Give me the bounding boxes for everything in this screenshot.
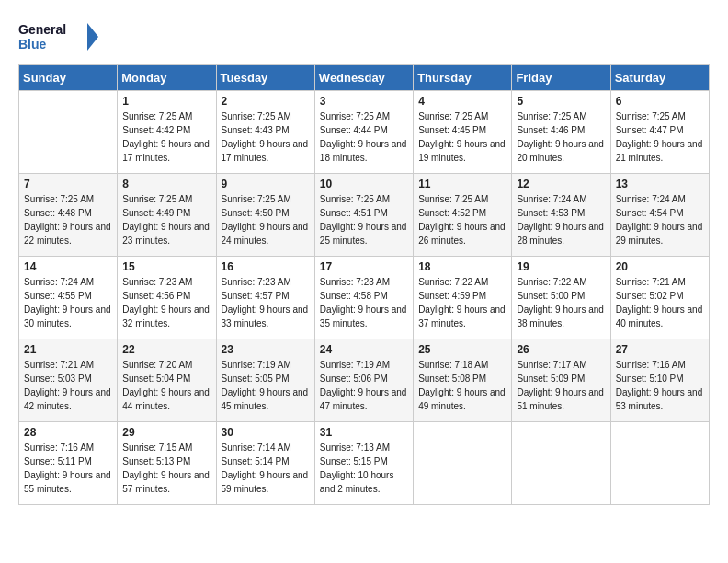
weekday-header-row: SundayMondayTuesdayWednesdayThursdayFrid… [19,65,710,91]
day-info: Sunrise: 7:16 AMSunset: 5:11 PMDaylight:… [24,441,112,496]
weekday-header-friday: Friday [512,65,610,91]
weekday-header-wednesday: Wednesday [314,65,413,91]
day-info: Sunrise: 7:25 AMSunset: 4:43 PMDaylight:… [222,109,310,165]
day-number: 20 [616,260,704,273]
svg-text:Blue: Blue [18,37,47,52]
calendar-cell [414,422,512,505]
day-info: Sunrise: 7:17 AMSunset: 5:09 PMDaylight:… [517,358,605,413]
day-info: Sunrise: 7:25 AMSunset: 4:49 PMDaylight:… [122,192,210,247]
day-info: Sunrise: 7:18 AMSunset: 5:08 PMDaylight:… [418,358,506,413]
day-info: Sunrise: 7:24 AMSunset: 4:53 PMDaylight:… [517,192,605,247]
calendar-cell: 17Sunrise: 7:23 AMSunset: 4:58 PMDayligh… [314,257,413,339]
day-number: 25 [418,343,506,356]
calendar-cell: 8Sunrise: 7:25 AMSunset: 4:49 PMDaylight… [118,174,216,257]
calendar-cell: 24Sunrise: 7:19 AMSunset: 5:06 PMDayligh… [314,339,413,422]
calendar-cell: 25Sunrise: 7:18 AMSunset: 5:08 PMDayligh… [414,339,512,422]
day-number: 14 [24,260,112,273]
calendar-cell: 19Sunrise: 7:22 AMSunset: 5:00 PMDayligh… [512,257,610,339]
calendar-cell [610,422,709,505]
day-number: 10 [320,178,408,190]
calendar-cell: 15Sunrise: 7:23 AMSunset: 4:56 PMDayligh… [118,257,216,339]
week-row-2: 7Sunrise: 7:25 AMSunset: 4:48 PMDaylight… [19,174,710,257]
weekday-header-tuesday: Tuesday [216,65,314,91]
day-number: 22 [122,343,210,356]
day-number: 1 [122,95,210,108]
day-number: 15 [122,260,210,273]
day-info: Sunrise: 7:22 AMSunset: 5:00 PMDaylight:… [517,275,605,330]
calendar-cell: 28Sunrise: 7:16 AMSunset: 5:11 PMDayligh… [19,422,118,505]
week-row-4: 21Sunrise: 7:21 AMSunset: 5:03 PMDayligh… [19,339,710,422]
svg-text:General: General [18,22,66,37]
day-number: 7 [24,178,112,190]
day-number: 11 [418,178,506,190]
weekday-header-thursday: Thursday [414,65,512,91]
calendar-cell: 7Sunrise: 7:25 AMSunset: 4:48 PMDaylight… [19,174,118,257]
calendar-cell: 31Sunrise: 7:13 AMSunset: 5:15 PMDayligh… [314,422,413,505]
day-info: Sunrise: 7:25 AMSunset: 4:44 PMDaylight:… [320,109,408,165]
calendar-cell: 2Sunrise: 7:25 AMSunset: 4:43 PMDaylight… [216,91,314,174]
calendar-cell: 26Sunrise: 7:17 AMSunset: 5:09 PMDayligh… [512,339,610,422]
week-row-3: 14Sunrise: 7:24 AMSunset: 4:55 PMDayligh… [19,257,710,339]
day-info: Sunrise: 7:25 AMSunset: 4:52 PMDaylight:… [418,192,506,247]
day-info: Sunrise: 7:19 AMSunset: 5:05 PMDaylight:… [222,358,310,413]
calendar-cell: 22Sunrise: 7:20 AMSunset: 5:04 PMDayligh… [118,339,216,422]
day-info: Sunrise: 7:25 AMSunset: 4:48 PMDaylight:… [24,192,112,247]
week-row-5: 28Sunrise: 7:16 AMSunset: 5:11 PMDayligh… [19,422,710,505]
calendar-cell: 3Sunrise: 7:25 AMSunset: 4:44 PMDaylight… [314,91,413,174]
day-number: 16 [222,260,310,273]
week-row-1: 1Sunrise: 7:25 AMSunset: 4:42 PMDaylight… [19,91,710,174]
calendar-cell: 9Sunrise: 7:25 AMSunset: 4:50 PMDaylight… [216,174,314,257]
calendar-cell: 6Sunrise: 7:25 AMSunset: 4:47 PMDaylight… [610,91,709,174]
day-info: Sunrise: 7:23 AMSunset: 4:57 PMDaylight:… [222,275,310,330]
day-info: Sunrise: 7:25 AMSunset: 4:46 PMDaylight:… [517,109,605,165]
day-number: 6 [616,95,704,108]
day-info: Sunrise: 7:14 AMSunset: 5:14 PMDaylight:… [222,441,310,496]
calendar-cell: 13Sunrise: 7:24 AMSunset: 4:54 PMDayligh… [610,174,709,257]
day-info: Sunrise: 7:25 AMSunset: 4:45 PMDaylight:… [418,109,506,165]
calendar-cell: 14Sunrise: 7:24 AMSunset: 4:55 PMDayligh… [19,257,118,339]
logo-svg: GeneralBlue [18,18,101,55]
day-info: Sunrise: 7:24 AMSunset: 4:54 PMDaylight:… [616,192,704,247]
day-info: Sunrise: 7:25 AMSunset: 4:51 PMDaylight:… [320,192,408,247]
svg-marker-2 [87,23,98,51]
day-number: 26 [517,343,605,356]
day-info: Sunrise: 7:15 AMSunset: 5:13 PMDaylight:… [122,441,210,496]
day-number: 19 [517,260,605,273]
day-info: Sunrise: 7:13 AMSunset: 5:15 PMDaylight:… [320,441,408,496]
day-info: Sunrise: 7:21 AMSunset: 5:03 PMDaylight:… [24,358,112,413]
day-number: 29 [122,426,210,439]
calendar-cell: 16Sunrise: 7:23 AMSunset: 4:57 PMDayligh… [216,257,314,339]
day-number: 8 [122,178,210,190]
weekday-header-sunday: Sunday [19,65,118,91]
calendar-cell: 27Sunrise: 7:16 AMSunset: 5:10 PMDayligh… [610,339,709,422]
day-number: 17 [320,260,408,273]
calendar-cell: 5Sunrise: 7:25 AMSunset: 4:46 PMDaylight… [512,91,610,174]
day-number: 5 [517,95,605,108]
calendar-cell: 20Sunrise: 7:21 AMSunset: 5:02 PMDayligh… [610,257,709,339]
day-number: 23 [222,343,310,356]
calendar-cell: 1Sunrise: 7:25 AMSunset: 4:42 PMDaylight… [118,91,216,174]
header: GeneralBlue [18,18,710,55]
day-number: 24 [320,343,408,356]
day-number: 21 [24,343,112,356]
day-info: Sunrise: 7:23 AMSunset: 4:58 PMDaylight:… [320,275,408,330]
weekday-header-saturday: Saturday [610,65,709,91]
day-info: Sunrise: 7:22 AMSunset: 4:59 PMDaylight:… [418,275,506,330]
calendar-cell: 12Sunrise: 7:24 AMSunset: 4:53 PMDayligh… [512,174,610,257]
calendar-cell: 4Sunrise: 7:25 AMSunset: 4:45 PMDaylight… [414,91,512,174]
day-info: Sunrise: 7:19 AMSunset: 5:06 PMDaylight:… [320,358,408,413]
day-number: 9 [222,178,310,190]
logo: GeneralBlue [18,18,101,55]
calendar-cell [512,422,610,505]
calendar-cell: 11Sunrise: 7:25 AMSunset: 4:52 PMDayligh… [414,174,512,257]
day-info: Sunrise: 7:16 AMSunset: 5:10 PMDaylight:… [616,358,704,413]
day-number: 4 [418,95,506,108]
calendar-cell: 10Sunrise: 7:25 AMSunset: 4:51 PMDayligh… [314,174,413,257]
day-info: Sunrise: 7:24 AMSunset: 4:55 PMDaylight:… [24,275,112,330]
day-number: 12 [517,178,605,190]
calendar-cell: 18Sunrise: 7:22 AMSunset: 4:59 PMDayligh… [414,257,512,339]
day-number: 28 [24,426,112,439]
day-number: 30 [222,426,310,439]
day-info: Sunrise: 7:25 AMSunset: 4:42 PMDaylight:… [122,109,210,165]
calendar-cell [19,91,118,174]
